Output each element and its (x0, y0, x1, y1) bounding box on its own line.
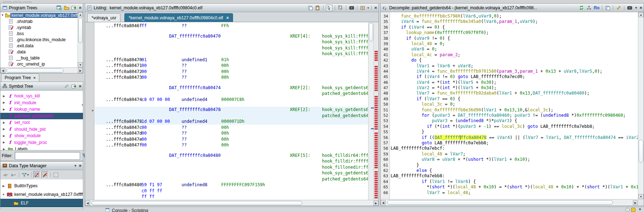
listing-row-cont[interactable]: ff ff (95, 194, 368, 200)
scrollbar-thumb[interactable] (78, 18, 83, 43)
decompile-line[interactable]: 63LAB_ffffffffc0a7ebb8: (381, 173, 638, 179)
edit-icon[interactable] (616, 5, 621, 11)
xref-target[interactable]: hook_sys_kill:ffff (322, 45, 368, 51)
expand-arrow-icon[interactable]: ▼ (0, 193, 7, 196)
decompile-line[interactable]: 66 lVar7 = local_48; (381, 190, 638, 196)
decompile-vscrollbar[interactable]: ▲ ▼ (638, 12, 644, 199)
decompile-line[interactable]: 40 uVar8 = 0; (381, 47, 638, 52)
dropdown-icon[interactable]: ▾ (367, 6, 369, 10)
listing-row[interactable]: ...fffc0a8047300??00h (95, 74, 368, 81)
script-icon[interactable] (631, 208, 635, 212)
xref-target[interactable]: hook_sys_getdents6 (322, 170, 368, 176)
listing-row[interactable]: ...fffc0a8047001undefined101h (95, 57, 368, 63)
decompile-line[interactable]: 52 for (puVar3 = DAT_ffffffffc0a80460; p… (381, 113, 638, 118)
close-icon[interactable]: × (33, 76, 35, 80)
decompile-line[interactable]: 38 if (uVar9 != 0) { (381, 36, 638, 41)
nav-back-button[interactable]: ◀▾ (2, 171, 9, 178)
listing-row[interactable]: ...fffc0a8048059 f1 97undefined8FFFFFFFF… (95, 182, 368, 188)
dtm-item-ELF[interactable]: ▶ELF (0, 199, 83, 207)
expand-arrow-icon[interactable]: ▶ (0, 95, 8, 98)
filter-input[interactable] (15, 152, 80, 160)
expand-arrow-icon[interactable]: ▶ (0, 114, 8, 117)
graph-icon[interactable] (586, 5, 592, 11)
listing-row[interactable]: ...fffc0a8047e00??00h (95, 136, 368, 143)
expand-arrow-icon[interactable]: ▶ (0, 141, 8, 144)
copy-icon[interactable] (605, 5, 610, 11)
decompile-line[interactable]: 50 local_3c = 0; (381, 102, 638, 107)
listing-row[interactable]: ...fffc0a8047d00??00h (95, 130, 368, 136)
export-icon[interactable] (71, 5, 77, 11)
tree-row-section[interactable]: .exit.data (0, 43, 78, 49)
listing-label-row[interactable]: hook_sys_kill:ffff (95, 45, 368, 51)
scrollbar-thumb[interactable] (369, 23, 373, 42)
scroll-left-icon[interactable]: ◀ (0, 68, 5, 73)
tree-row-section[interactable]: .gnu.linkonce.this_module (0, 37, 78, 43)
listing-label-row[interactable]: hook_sys_kill:ffff (95, 51, 368, 57)
decompile-line[interactable]: 47 iVar2 = *(int *)(lVar5 + 0x34); (381, 85, 638, 91)
tree-row-section[interactable]: .shstrtab (0, 18, 78, 24)
decompile-line[interactable]: 54 if (*(int *)(puVar3 + -1) == local_3c… (381, 124, 638, 129)
scroll-left-icon[interactable]: ◀ (381, 200, 386, 205)
listing-label-row[interactable]: patched_getdents64 (95, 176, 368, 182)
xref-target[interactable]: hook_sys_kill:ffff (322, 33, 368, 39)
tree-row-section[interactable]: .orc_unwind_ip (0, 61, 78, 67)
program-tree-vscrollbar[interactable]: ▲ ▼ (78, 12, 83, 67)
decompile-line[interactable]: 41 local_4c = param_2; (381, 52, 638, 58)
decompile-line[interactable]: 65 *(short *)(local_48 + 0x10) = *(short… (381, 184, 638, 190)
xref-target[interactable]: patched_getdents64 (322, 91, 368, 97)
scroll-left-icon[interactable]: ◀ (85, 201, 90, 206)
tab-volnaya-usr[interactable]: *volnaya_usr (87, 13, 120, 22)
listing-label-row[interactable]: DAT_ffffffffc0a80478XREF[2]:hook_sys_get… (95, 107, 368, 113)
decompile-line[interactable]: 46 iVar4 = *(int *)(lVar5 + 0x30); (381, 80, 638, 85)
scroll-up-icon[interactable]: ▲ (78, 12, 83, 17)
open-folder-icon[interactable] (64, 5, 69, 11)
decompile-line[interactable]: 61 } (381, 163, 638, 168)
expand-arrow-icon[interactable]: ▶ (7, 202, 13, 205)
filter-pointers-toggle[interactable] (41, 171, 49, 178)
xref-target[interactable]: hook_sys_getdents6 (322, 107, 368, 113)
listing-hscrollbar[interactable]: ◀ ▶ (85, 200, 378, 206)
expand-arrow-icon[interactable]: ▶ (0, 101, 8, 104)
listing-row[interactable]: ...fffc0a8047c00??00h (95, 125, 368, 131)
scrollbar-thumb[interactable] (6, 68, 64, 73)
new-tree-icon[interactable] (56, 5, 62, 11)
listing-row[interactable]: ...fffc0a8046fff??FFh (95, 23, 368, 29)
xref-target[interactable]: patched_getdents64 (322, 176, 368, 182)
scrollbar-thumb[interactable] (387, 200, 613, 205)
decompile-line[interactable]: 56 if ((DAT_ffffffffc0a80478 == iVar4) |… (381, 135, 638, 140)
expand-arrow-icon[interactable]: ▶ (0, 108, 8, 111)
decompile-line[interactable]: 57 goto LAB_ffffffffc0a7ebb8; (381, 140, 638, 146)
filter-arrays-toggle[interactable] (33, 171, 40, 178)
listing-label-row[interactable]: patched_getdents64 (95, 91, 368, 97)
decompile-line[interactable]: 43 lVar1 = lVar6 + uVar8; (381, 63, 638, 69)
decompile-line[interactable]: 37 lookup_name(0xffffffffc097f0f0); (381, 30, 638, 35)
listing-row[interactable]: ...fffc0a80474c8 07 00 00undefined400000… (95, 97, 368, 103)
snapshot-icon[interactable] (349, 5, 355, 11)
decompile-hscrollbar[interactable]: ◀ ▶ (381, 199, 638, 206)
snapshot-icon[interactable] (627, 5, 633, 11)
expand-arrow-icon[interactable]: ▶ (0, 184, 7, 188)
collapse-arrow-icon[interactable]: ▼ (0, 14, 5, 17)
ro-button[interactable]: Ro (594, 5, 599, 10)
decompile-line[interactable]: 48 lVar7 = func_0xffffffffb92daba0(lVar1… (381, 91, 638, 96)
scroll-down-icon[interactable]: ▼ (78, 62, 83, 67)
xref-target[interactable]: hook_sys_kill:ffff (322, 39, 368, 45)
close-icon[interactable]: × (226, 15, 229, 20)
symbol-tree-item-lookup_name[interactable]: ▶flookup_name (0, 106, 83, 113)
data-type-book-icon[interactable] (360, 5, 366, 11)
nav-forward-button[interactable]: ▶▾ (10, 171, 17, 178)
decompile-line[interactable]: 34 func_0xffffffffb8c57980(lVar6,uVar9,0… (381, 14, 638, 19)
decompile-line[interactable]: 42 do { (381, 58, 638, 63)
scroll-right-icon[interactable]: ▶ (373, 201, 378, 206)
expand-arrow-icon[interactable]: ▶ (0, 127, 8, 131)
listing-row[interactable]: ...fffc0a8047200??00h (95, 69, 368, 75)
xref-target[interactable]: hook_fillonedir:ff (322, 164, 368, 170)
tab-kernel-module[interactable]: *kernel_module.volnaya_xb127.0xffffc0980… (124, 13, 233, 22)
symbol-tree-item-patched_getdents64[interactable]: ▶fpatched_getdents64 (0, 113, 83, 120)
symbol-tree-item-hook_sys_kill[interactable]: ▶fhook_sys_kill (0, 93, 83, 100)
close-icon[interactable]: × (639, 207, 641, 212)
decompile-line[interactable]: 36 if (iVar4 == 0) { (381, 25, 638, 30)
close-icon[interactable]: × (79, 5, 81, 10)
symbol-tree-item-toggle_hide_proc[interactable]: ▶ftoggle_hide_proc (0, 139, 83, 146)
dropdown-icon[interactable]: ▼ (634, 6, 638, 10)
